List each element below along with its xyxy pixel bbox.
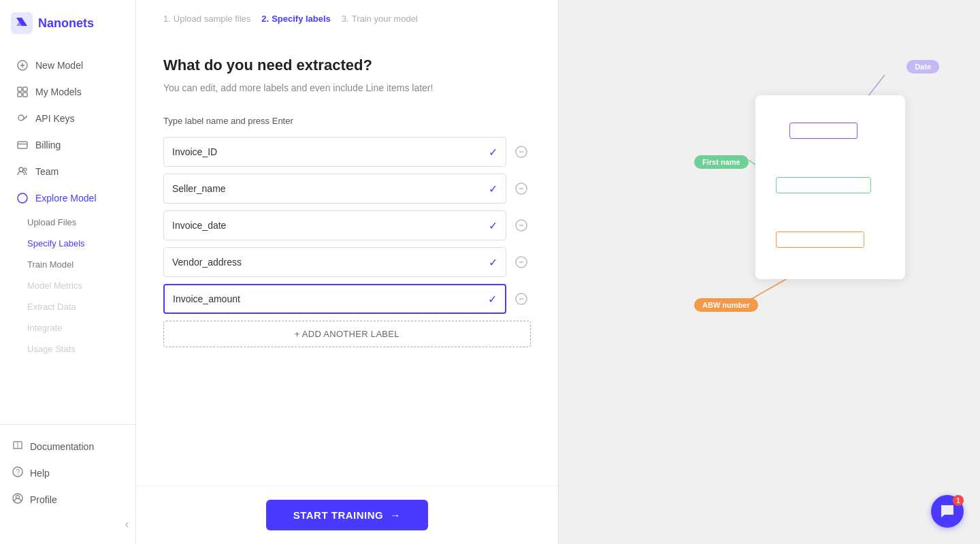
svg-point-8 [18,115,24,121]
svg-marker-16 [21,197,24,200]
sidebar-item-label: Billing [35,140,61,150]
label-remove-button-2[interactable] [512,179,531,198]
diagram-field-box-orange [776,231,864,248]
user-circle-icon [12,493,23,506]
credit-card-icon [16,139,29,151]
sidebar-item-extract-data: Extract Data [19,296,135,317]
label-input-wrap-4: ✓ [163,247,506,277]
sidebar-item-label: New Model [35,60,83,71]
diagram-label-firstname: First name [694,155,749,169]
logo-icon [11,12,33,34]
label-input-4[interactable] [172,257,483,268]
sidebar-item-label: Team [35,166,59,177]
svg-rect-11 [18,142,27,148]
check-icon-4: ✓ [489,256,497,269]
label-input-wrap-3: ✓ [163,210,506,240]
label-row-2: ✓ [163,174,531,204]
sidebar-item-new-model[interactable]: New Model [4,52,131,78]
sidebar-item-help[interactable]: ? Help [0,460,135,486]
breadcrumb-step-2-num: 2. [261,14,269,24]
sidebar-item-integrate: Integrate [19,317,135,338]
form-title: What do you need extracted? [163,57,531,74]
diagram-field-box-purple [789,123,858,139]
sidebar-item-train-model[interactable]: Train Model [19,254,135,275]
svg-line-10 [26,117,27,118]
grid-icon [16,86,29,98]
label-input-wrap-2: ✓ [163,174,506,204]
diagram-field-box-green [776,177,871,193]
label-input-wrap-5: ✓ [163,284,506,314]
label-row-4: ✓ [163,247,531,277]
label-remove-button-1[interactable] [512,142,531,161]
label-remove-button-4[interactable] [512,253,531,272]
sidebar-item-profile[interactable]: Profile [0,486,135,513]
sidebar-item-documentation[interactable]: Documentation [0,433,135,460]
svg-rect-4 [18,87,22,91]
sidebar-item-model-metrics: Model Metrics [19,275,135,296]
form-instruction: Type label name and press Enter [163,116,531,126]
help-circle-icon: ? [12,466,23,479]
svg-rect-7 [23,93,27,97]
breadcrumb-step-2: 2. Specify labels [261,14,331,24]
svg-point-15 [18,193,27,203]
form-subtitle: You can edit, add more labels and even i… [163,81,531,95]
breadcrumb-step-3-num: 3. [342,14,349,24]
check-icon-2: ✓ [489,182,497,195]
label-input-2[interactable] [172,183,483,194]
chat-icon [940,504,955,519]
start-training-button[interactable]: START TRAINING → [266,500,428,530]
sidebar-item-api-keys[interactable]: API Keys [4,106,131,131]
svg-rect-5 [23,87,27,91]
sidebar-item-explore-model[interactable]: Explore Model [4,185,131,211]
breadcrumb: 1. Upload sample files 2. Specify labels… [136,0,558,35]
sidebar-collapse-button[interactable]: ‹ [0,513,135,536]
sidebar-item-label: API Keys [35,113,75,124]
svg-rect-6 [18,93,22,97]
compass-icon [16,192,29,204]
sidebar-item-billing[interactable]: Billing [4,132,131,158]
label-row-5: ✓ [163,284,531,314]
sidebar-item-my-models[interactable]: My Models [4,79,131,105]
breadcrumb-step-1-label: Upload sample files [174,14,250,24]
sidebar-item-specify-labels[interactable]: Specify Labels [19,233,135,254]
form-area: What do you need extracted? You can edit… [136,35,558,485]
breadcrumb-step-2-label: Specify labels [272,14,331,24]
users-icon [16,165,29,178]
key-icon [16,112,29,125]
diagram-document-card [755,95,905,279]
chat-bubble-button[interactable]: 1 [931,495,964,528]
svg-point-14 [24,168,27,171]
plus-circle-icon [16,59,29,71]
sidebar-item-usage-stats: Usage Stats [19,338,135,359]
sidebar-item-team[interactable]: Team [4,159,131,185]
sidebar-subnav: Upload Files Specify Labels Train Model … [0,212,135,359]
breadcrumb-step-3: 3. Train your model [342,14,418,24]
sidebar-item-upload-files[interactable]: Upload Files [19,212,135,233]
label-row-1: ✓ [163,137,531,167]
sidebar-nav: New Model My Models API Keys Billing [0,46,135,424]
label-input-3[interactable] [172,220,483,231]
check-icon-3: ✓ [489,219,497,232]
label-row-3: ✓ [163,210,531,240]
label-input-1[interactable] [172,146,483,157]
sidebar-item-label: My Models [35,86,82,97]
check-icon-1: ✓ [489,146,497,159]
label-input-wrap-1: ✓ [163,137,506,167]
app-name: Nanonets [38,16,94,31]
sidebar-bottom: Documentation ? Help Profile ‹ [0,424,135,544]
right-panel: Date First name ABW number 1 [559,0,981,544]
label-input-5[interactable] [173,293,483,304]
main-panel: 1. Upload sample files 2. Specify labels… [136,0,559,544]
label-remove-button-3[interactable] [512,216,531,235]
diagram-label-date: Date [906,60,939,74]
svg-text:?: ? [16,468,20,476]
breadcrumb-step-1: 1. Upload sample files [163,14,250,24]
bottom-bar: START TRAINING → [136,485,558,544]
svg-point-13 [19,167,23,172]
book-open-icon [12,440,23,453]
sidebar-header: Nanonets [0,0,135,46]
label-remove-button-5[interactable] [512,289,531,308]
chat-badge: 1 [953,495,964,506]
check-icon-5: ✓ [488,293,497,306]
add-label-button[interactable]: + ADD ANOTHER LABEL [163,321,531,347]
